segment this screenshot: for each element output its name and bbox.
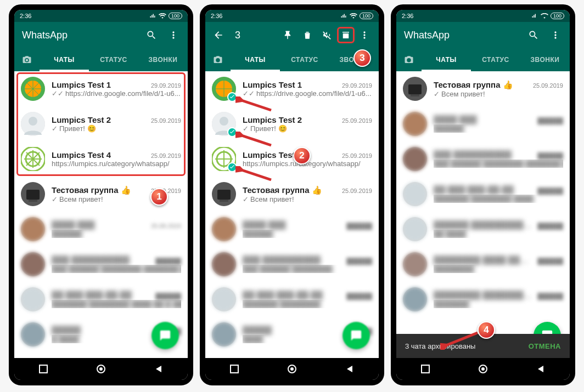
chat-row-selected[interactable]: Lumpics Test 225.09.2019 ✓Привет! 😊 <box>205 106 379 141</box>
chat-name: Тестовая группа 👍 <box>243 185 322 195</box>
svg-rect-7 <box>29 200 37 202</box>
chat-row[interactable]: ███ ███████████████████ ██████ ████████ … <box>396 141 570 177</box>
selection-count: 3 <box>235 30 240 41</box>
svg-point-3 <box>29 117 37 126</box>
chat-list: Lumpics Test 129.09.2019 ✓✓https://drive… <box>205 71 379 352</box>
avatar[interactable] <box>212 147 236 171</box>
tab-calls[interactable]: ЗВОНКИ <box>138 48 188 71</box>
tab-chats[interactable]: ЧАТЫ <box>231 48 280 71</box>
search-icon[interactable] <box>142 25 161 45</box>
avatar[interactable] <box>21 112 45 136</box>
chat-row[interactable]: Lumpics Test 225.09.2019 ✓Привет! 😊 <box>14 106 188 141</box>
archive-icon[interactable] <box>337 27 355 43</box>
app-bar: WhatsApp <box>396 22 570 48</box>
selected-check-icon <box>227 127 237 137</box>
nav-recent-icon[interactable] <box>412 365 439 373</box>
chat-row[interactable]: ██ ███ ███-██-███████████████ ████████ █… <box>396 177 570 212</box>
svg-rect-25 <box>408 84 422 94</box>
chat-name: Lumpics Test 1 <box>52 80 111 89</box>
avatar[interactable] <box>212 77 236 101</box>
chat-row-selected[interactable]: Lumpics Test 425.09.2019 https://lumpics… <box>205 141 379 177</box>
chat-preview: Всем привет! <box>441 90 485 98</box>
chat-date: 25.09.2019 <box>151 117 181 124</box>
nav-back-icon[interactable] <box>336 365 363 373</box>
tab-chats[interactable]: ЧАТЫ <box>422 48 471 71</box>
chat-row[interactable]: ██ ███ ███-██-███████████████ ████████ █… <box>14 282 188 317</box>
read-ticks-icon: ✓ <box>434 90 440 98</box>
chat-row[interactable]: ███ ███████████████████ ██████ ████████ <box>205 247 379 282</box>
chat-date: 29.09.2019 <box>151 82 181 89</box>
avatar[interactable] <box>212 182 236 206</box>
battery-level: 100 <box>169 13 182 19</box>
back-icon[interactable] <box>209 25 228 45</box>
new-chat-fab[interactable] <box>342 322 370 349</box>
avatar[interactable] <box>212 112 236 136</box>
status-bar: 2:36 100 <box>396 10 570 22</box>
svg-point-30 <box>481 367 485 371</box>
menu-icon[interactable] <box>546 25 565 45</box>
chat-row[interactable]: Тестовая группа 👍25.09.2019 ✓Всем привет… <box>205 177 379 212</box>
chat-row[interactable]: Lumpics Test 425.09.2019 https://lumpics… <box>14 141 188 177</box>
new-chat-fab[interactable] <box>151 322 179 349</box>
chat-row[interactable]: ████████ ██████████████████████ <box>396 282 570 317</box>
app-title: WhatsApp <box>404 30 450 41</box>
tab-calls[interactable]: ЗВОНКИ <box>520 48 570 71</box>
app-bar: WhatsApp <box>14 22 188 48</box>
battery-level: 100 <box>360 13 373 19</box>
snackbar-text: 3 чата архивированы <box>405 342 475 350</box>
search-icon[interactable] <box>524 25 543 45</box>
nav-recent-icon[interactable] <box>221 365 248 373</box>
camera-tab-icon[interactable] <box>396 48 422 71</box>
menu-icon[interactable] <box>355 25 374 45</box>
nav-back-icon[interactable] <box>527 365 554 373</box>
nav-home-icon[interactable] <box>278 364 306 374</box>
chat-name: Lumpics Test 2 <box>52 115 111 124</box>
pin-icon[interactable] <box>278 25 297 45</box>
nav-home-icon[interactable] <box>469 364 497 374</box>
avatar <box>403 112 427 136</box>
status-bar: 2:36 100 <box>14 10 188 22</box>
tab-bar: ЧАТЫ СТАТУС ЗВОНКИ <box>14 48 188 71</box>
chat-row[interactable]: ████ ███25.09.2019██████ <box>14 212 188 247</box>
read-ticks-icon: ✓ <box>52 195 58 203</box>
tab-bar: ЧАТЫ СТАТУС ЗВОНКИ <box>205 48 379 71</box>
chat-row[interactable]: Тестовая группа 👍25.09.2019 ✓Всем привет… <box>396 71 570 106</box>
chat-row[interactable]: ████ ███████████████ <box>205 212 379 247</box>
chat-name: Lumpics Test 2 <box>243 115 302 124</box>
avatar[interactable] <box>21 182 45 206</box>
step-badge-3: 3 <box>353 49 371 67</box>
snackbar-action[interactable]: ОТМЕНА <box>529 342 561 350</box>
chat-row[interactable]: ████████ ████ ██████████████████████ <box>396 247 570 282</box>
delete-icon[interactable] <box>297 25 317 45</box>
chat-date: 25.09.2019 <box>151 152 181 159</box>
chat-date: 25.09.2019 <box>342 117 372 124</box>
camera-tab-icon[interactable] <box>205 48 231 71</box>
avatar <box>21 217 45 241</box>
chat-row[interactable]: ████ ███████████████ <box>396 106 570 141</box>
chat-row-selected[interactable]: Lumpics Test 129.09.2019 ✓✓https://drive… <box>205 71 379 106</box>
step-badge-1: 1 <box>150 188 168 206</box>
avatar[interactable] <box>21 147 45 171</box>
svg-rect-8 <box>40 365 47 373</box>
phone-screenshot-1: 2:36 100 WhatsApp ЧАТЫ СТАТУС ЗВОНКИ <box>9 4 193 385</box>
nav-back-icon[interactable] <box>145 365 172 373</box>
camera-tab-icon[interactable] <box>14 48 40 71</box>
avatar[interactable] <box>403 77 427 101</box>
tab-status[interactable]: СТАТУС <box>89 48 138 71</box>
avatar <box>403 182 427 206</box>
svg-rect-6 <box>26 190 40 200</box>
status-bar: 2:36 100 <box>205 10 379 22</box>
nav-recent-icon[interactable] <box>30 365 57 373</box>
chat-list: Тестовая группа 👍25.09.2019 ✓Всем привет… <box>396 71 570 317</box>
tab-chats[interactable]: ЧАТЫ <box>40 48 89 71</box>
menu-icon[interactable] <box>164 25 183 45</box>
chat-row[interactable]: Lumpics Test 129.09.2019 ✓✓https://drive… <box>14 71 188 106</box>
mute-icon[interactable] <box>317 25 337 45</box>
chat-row[interactable]: ██ ███ ███-██-███████████████ ████████ <box>205 282 379 317</box>
nav-home-icon[interactable] <box>87 364 115 374</box>
chat-row[interactable]: ███ ███████████████████ ██████ ████████ … <box>14 247 188 282</box>
avatar[interactable] <box>21 77 45 101</box>
tab-status[interactable]: СТАТУС <box>280 48 329 71</box>
tab-status[interactable]: СТАТУС <box>471 48 520 71</box>
chat-row[interactable]: ██████ ███████████████████ ████ <box>396 212 570 247</box>
